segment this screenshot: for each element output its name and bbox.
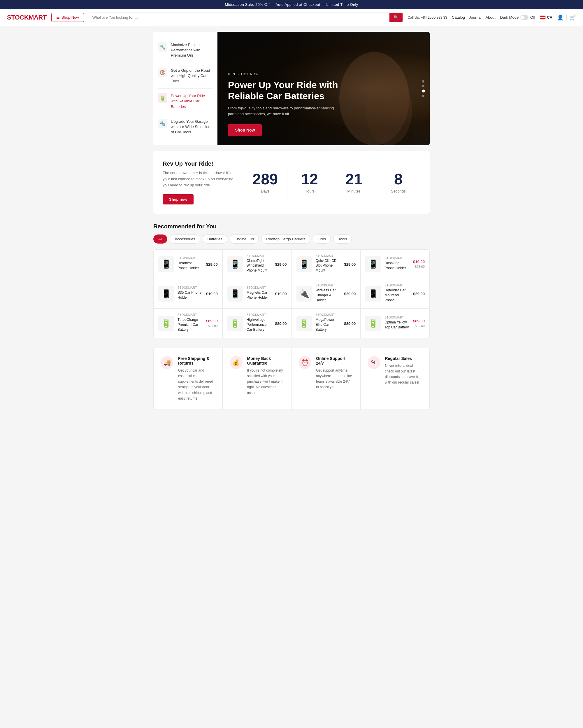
- product-info: STOCKMART MegaPower Elite Car Battery: [316, 313, 341, 333]
- product-name: S35 Car Phone Holder: [177, 290, 202, 300]
- hero-dot-1[interactable]: [422, 80, 424, 82]
- user-icon[interactable]: 👤: [557, 14, 563, 21]
- filter-batteries[interactable]: Batteries: [202, 234, 227, 243]
- hero-cta-button[interactable]: Shop Now: [228, 124, 262, 136]
- product-card[interactable]: 📱 STOCKMART ClampTight Windshield Phone …: [223, 250, 292, 279]
- feature-title-sales: Regular Sales: [385, 356, 423, 361]
- hero-dot-2[interactable]: [422, 85, 424, 87]
- filter-tires[interactable]: Tires: [313, 234, 331, 243]
- hero-section: 🔧 Maximize Engine Performance with Premi…: [153, 32, 430, 145]
- feature-card-sales: % Regular Sales Never miss a deal — chec…: [361, 348, 430, 410]
- product-card[interactable]: 📱 STOCKMART Headrest Phone Holder $29.00: [154, 250, 222, 279]
- sidebar-item-tires[interactable]: 🛞 Get a Grip on the Road with High-Quali…: [158, 63, 213, 89]
- in-stock-dot: [228, 73, 230, 75]
- in-stock-badge: IN STOCK NOW: [228, 72, 259, 76]
- product-image: 🔋: [158, 316, 174, 331]
- country-selector[interactable]: CA: [540, 15, 552, 20]
- product-card[interactable]: 📱 STOCKMART Magnetic Car Phone Holder $1…: [223, 279, 292, 308]
- dark-mode-toggle[interactable]: Dark Mode Off: [500, 15, 535, 20]
- product-name: TurboCharge Premium Car Battery: [177, 317, 202, 332]
- product-price-sale: $89.00: [413, 319, 425, 323]
- product-grid: 📱 STOCKMART Headrest Phone Holder $29.00…: [153, 250, 430, 338]
- product-price-area: $89.00$99.00: [413, 319, 425, 328]
- product-price: $89.00: [344, 321, 356, 326]
- filter-rooftop[interactable]: Rooftop Cargo Carriers: [261, 234, 310, 243]
- search-button[interactable]: 🔍: [389, 13, 402, 22]
- product-info: STOCKMART TurboCharge Premium Car Batter…: [177, 313, 202, 333]
- product-info: STOCKMART QuickClip CD Slot Phone Mount: [316, 254, 341, 274]
- feature-text-money-back: Money Back Guarantee If you're not compl…: [247, 356, 284, 396]
- feature-desc-support: Get support anytime, anywhere — our onli…: [316, 368, 353, 390]
- filter-all[interactable]: All: [153, 234, 167, 243]
- product-info: STOCKMART S35 Car Phone Holder: [177, 286, 202, 301]
- product-price-area: $29.00: [275, 262, 287, 266]
- dark-mode-switch[interactable]: [520, 15, 528, 20]
- product-image: 🔋: [227, 316, 243, 331]
- product-name: HighVoltage Performance Car Battery: [247, 317, 272, 332]
- sidebar-item-batteries[interactable]: 🔋 Power Up Your Ride with Reliable Car B…: [158, 89, 213, 114]
- sidebar-item-oils[interactable]: 🔧 Maximize Engine Performance with Premi…: [158, 37, 213, 63]
- product-info: STOCKMART Defender Car Mount for Phone: [385, 284, 410, 304]
- sidebar-tools-icon: 🔩: [158, 119, 167, 128]
- search-input[interactable]: [89, 13, 390, 22]
- countdown-shop-button[interactable]: Shop now: [163, 194, 194, 205]
- hero-dot-4[interactable]: [422, 95, 424, 97]
- country-flag-icon: [540, 16, 546, 20]
- features-section: 🚚 Free Shipping & Returns Get your car a…: [153, 348, 430, 410]
- days-value: 289: [252, 172, 278, 187]
- sidebar-item-tools[interactable]: 🔩 Upgrade Your Garage with our Wide Sele…: [158, 114, 213, 140]
- product-card[interactable]: 🔌 STOCKMART Wireless Car Charger & Holde…: [292, 279, 361, 308]
- header: STOCKMART ☰ Shop Now 🔍 Call Us: +84 2500…: [0, 9, 583, 26]
- product-card[interactable]: 📱 STOCKMART QuickClip CD Slot Phone Moun…: [292, 250, 361, 279]
- product-brand: STOCKMART: [316, 313, 341, 316]
- product-card[interactable]: 📱 STOCKMART Defender Car Mount for Phone…: [361, 279, 429, 308]
- in-stock-text: IN STOCK NOW: [231, 72, 259, 76]
- product-price-area: $89.00$99.00: [206, 319, 218, 328]
- feature-card-support: ⏰ Online Support 24/7 Get support anytim…: [292, 348, 361, 410]
- feature-card-money-back: 💰 Money Back Guarantee If you're not com…: [223, 348, 292, 410]
- recommended-title: Recommended for You: [153, 223, 430, 230]
- nav-journal[interactable]: Journal: [469, 15, 481, 20]
- hero-title: Power Up Your Ride with Reliable Car Bat…: [228, 79, 351, 102]
- shop-now-button[interactable]: ☰ Shop Now: [51, 13, 84, 22]
- product-name: Magnetic Car Phone Holder: [247, 290, 272, 300]
- product-image: 🔋: [297, 316, 312, 331]
- logo[interactable]: STOCKMART: [7, 14, 47, 21]
- sidebar-oils-icon: 🔧: [158, 42, 167, 52]
- product-info: STOCKMART Magnetic Car Phone Holder: [247, 286, 272, 301]
- product-price-sale: $19.00: [413, 260, 425, 264]
- contact-info: Call Us: +84 2500 888 33: [408, 16, 447, 20]
- product-card[interactable]: 📱 STOCKMART DashGrip Phone Holder $19.00…: [361, 250, 429, 279]
- product-name: Defender Car Mount for Phone: [385, 288, 410, 303]
- filter-accessories[interactable]: Accessories: [170, 234, 200, 243]
- hero-dot-3[interactable]: [422, 89, 425, 93]
- hero-description: From top-quality tools and hardware to p…: [228, 105, 339, 118]
- product-image: 🔌: [297, 286, 312, 302]
- product-card[interactable]: 🔋 STOCKMART Optima Yellow Top Car Batter…: [361, 309, 429, 338]
- feature-icon-sales: %: [368, 356, 381, 369]
- product-name: Optima Yellow Top Car Battery: [385, 320, 410, 330]
- nav-catalog[interactable]: Catalog: [452, 15, 465, 20]
- product-price-area: $19.00: [275, 291, 287, 296]
- sidebar-tires-text: Get a Grip on the Road with High-Quality…: [171, 68, 213, 84]
- product-image: 📱: [297, 256, 312, 272]
- product-card[interactable]: 🔋 STOCKMART MegaPower Elite Car Battery …: [292, 309, 361, 338]
- product-brand: STOCKMART: [247, 254, 272, 258]
- product-price: $29.00: [344, 262, 356, 266]
- product-name: DashGrip Phone Holder: [385, 261, 410, 271]
- main-nav: Catalog Journal About: [452, 15, 495, 20]
- product-card[interactable]: 🔋 STOCKMART HighVoltage Performance Car …: [223, 309, 292, 338]
- days-label: Days: [261, 189, 270, 193]
- cart-icon[interactable]: 🛒: [570, 14, 576, 21]
- sidebar-tires-icon: 🛞: [158, 68, 167, 77]
- product-card[interactable]: 🔋 STOCKMART TurboCharge Premium Car Batt…: [154, 309, 222, 338]
- product-card[interactable]: 📱 STOCKMART S35 Car Phone Holder $19.00: [154, 279, 222, 308]
- minutes-label: Minutes: [347, 189, 361, 193]
- countdown-title: Rev Up Your Ride!: [163, 160, 233, 167]
- product-image: 📱: [158, 256, 174, 272]
- nav-about[interactable]: About: [485, 15, 496, 20]
- feature-icon-shipping: 🚚: [161, 356, 173, 369]
- filter-tools[interactable]: Tools: [333, 234, 352, 243]
- hero-carousel-dots: [422, 80, 425, 97]
- filter-engine-oils[interactable]: Engine Oils: [230, 234, 259, 243]
